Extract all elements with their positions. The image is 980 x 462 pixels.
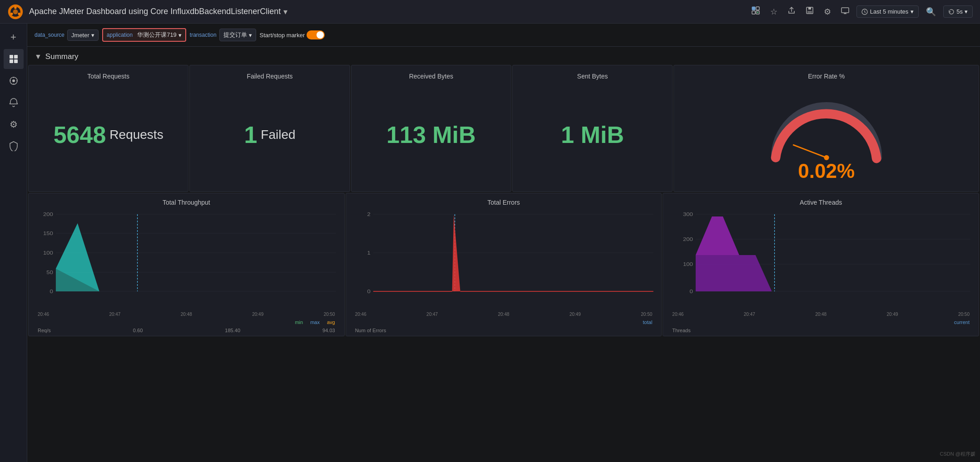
transaction-value: 提交订单 xyxy=(223,31,247,39)
failed-requests-card: Failed Requests 1 Failed xyxy=(189,65,350,192)
errors-chart-title: Total Errors xyxy=(351,199,656,206)
threads-label: Threads xyxy=(672,328,690,333)
application-label: application xyxy=(107,32,133,38)
svg-rect-15 xyxy=(10,55,13,59)
application-chevron: ▾ xyxy=(178,32,182,39)
sidebar-item-dashboards[interactable] xyxy=(4,49,24,69)
explore-icon xyxy=(9,76,19,86)
failed-requests-value-container: 1 Failed xyxy=(197,85,342,184)
datasource-label: data_source xyxy=(35,32,64,38)
errors-chart-card: Total Errors 2 1 0 xyxy=(346,193,662,336)
watermark: CSDN @程序媛 xyxy=(940,451,975,457)
gauge-container: 0.02% xyxy=(681,85,971,184)
svg-text:100: 100 xyxy=(683,261,693,267)
transaction-filter: transaction 提交订单 ▾ xyxy=(190,29,256,41)
settings-icon[interactable]: ⚙ xyxy=(821,5,834,19)
svg-rect-6 xyxy=(752,7,755,10)
legend-max: max xyxy=(310,319,320,325)
total-requests-value-container: 5648 Requests xyxy=(36,85,181,184)
legend-total: total xyxy=(643,319,653,325)
threads-x-axis: 20:46 20:47 20:48 20:49 20:50 xyxy=(668,311,973,318)
start-stop-label: Start/stop marker xyxy=(260,32,305,39)
x-label-1: 20:46 xyxy=(38,312,49,317)
sidebar-item-shield[interactable] xyxy=(4,136,24,156)
charts-row: Total Throughput 200 150 100 50 xyxy=(27,193,980,336)
datasource-select[interactable]: Jmeter ▾ xyxy=(67,29,99,41)
svg-marker-56 xyxy=(696,216,739,255)
errors-stats: Num of Errors xyxy=(351,327,656,336)
add-panel-icon[interactable] xyxy=(748,4,763,19)
sidebar-item-alerts[interactable] xyxy=(4,93,24,113)
grafana-logo xyxy=(7,4,24,20)
application-select[interactable]: application 华测公开课719 ▾ xyxy=(102,28,186,42)
threads-stats: Threads xyxy=(668,327,973,336)
received-bytes-value-container: 113 MiB xyxy=(359,85,504,184)
x-label-1: 20:46 xyxy=(672,312,683,317)
sent-bytes-title: Sent Bytes xyxy=(520,73,665,80)
save-icon[interactable] xyxy=(803,5,817,19)
refresh-button[interactable]: 5s ▾ xyxy=(943,5,973,18)
x-label-3: 20:48 xyxy=(815,312,827,317)
svg-text:100: 100 xyxy=(43,250,53,256)
svg-rect-16 xyxy=(14,55,18,59)
transaction-chevron: ▾ xyxy=(249,32,252,39)
throughput-x-axis: 20:46 20:47 20:48 20:49 20:50 xyxy=(34,311,339,318)
svg-rect-8 xyxy=(752,11,755,14)
shield-icon xyxy=(9,141,18,151)
sidebar-item-add[interactable]: + xyxy=(4,27,24,47)
throughput-stats: Req/s 0.60 185.40 94.03 xyxy=(34,327,339,336)
legend-current: current xyxy=(954,319,970,325)
section-chevron-icon[interactable]: ▼ xyxy=(35,53,42,61)
threads-chart-svg: 300 200 100 0 xyxy=(668,210,973,310)
svg-point-2 xyxy=(13,9,18,14)
svg-text:1: 1 xyxy=(367,250,371,256)
title-dropdown-icon[interactable]: ▾ xyxy=(283,7,287,17)
threads-chart-area: 300 200 100 0 xyxy=(668,210,973,311)
svg-rect-17 xyxy=(10,59,13,63)
errors-chart-area: 2 1 0 xyxy=(351,210,656,311)
throughput-chart-title: Total Throughput xyxy=(34,199,339,206)
x-label-4: 20:49 xyxy=(569,312,581,317)
failed-requests-value: 1 xyxy=(244,121,257,148)
sidebar-item-config[interactable]: ⚙ xyxy=(4,114,24,134)
share-icon[interactable] xyxy=(785,5,798,19)
throughput-chart-area: 200 150 100 50 0 xyxy=(34,210,339,311)
refresh-label: 5s xyxy=(956,8,963,15)
svg-line-21 xyxy=(793,145,827,157)
summary-section-header: ▼ Summary xyxy=(27,47,980,65)
errors-footer: total xyxy=(351,318,656,327)
time-range-label: Last 5 minutes xyxy=(870,8,909,15)
throughput-footer: min max avg xyxy=(34,318,339,327)
tv-mode-icon[interactable] xyxy=(838,5,852,19)
threads-chart-title: Active Threads xyxy=(668,199,973,206)
start-stop-toggle[interactable] xyxy=(307,30,325,39)
throughput-max-val: 185.40 xyxy=(225,328,240,333)
threads-chart-card: Active Threads 300 200 100 0 xyxy=(663,193,979,336)
search-icon[interactable]: 🔍 xyxy=(923,5,939,19)
gauge-value: 0.02% xyxy=(798,160,855,182)
x-label-2: 20:47 xyxy=(109,312,120,317)
x-label-1: 20:46 xyxy=(355,312,366,317)
svg-text:2: 2 xyxy=(367,211,371,217)
legend-min: min xyxy=(295,319,303,325)
sent-bytes-value-container: 1 MiB xyxy=(520,85,665,184)
errors-chart-svg: 2 1 0 xyxy=(351,210,656,310)
received-bytes-card: Received Bytes 113 MiB xyxy=(351,65,511,192)
topbar: Apache JMeter Dashboard using Core Influ… xyxy=(0,0,980,24)
x-label-2: 20:47 xyxy=(426,312,438,317)
sidebar-item-explore[interactable] xyxy=(4,71,24,91)
x-label-3: 20:48 xyxy=(498,312,509,317)
sent-bytes-card: Sent Bytes 1 MiB xyxy=(512,65,673,192)
transaction-select[interactable]: 提交订单 ▾ xyxy=(219,29,256,41)
throughput-avg-val: 94.03 xyxy=(322,328,335,333)
star-icon[interactable]: ☆ xyxy=(767,5,780,19)
svg-text:50: 50 xyxy=(46,270,53,275)
svg-rect-7 xyxy=(756,7,759,10)
throughput-chart-svg: 200 150 100 50 0 xyxy=(34,210,339,310)
svg-text:150: 150 xyxy=(43,231,53,236)
section-title: Summary xyxy=(45,52,79,61)
filterbar: data_source Jmeter ▾ application 华测公开课71… xyxy=(27,24,980,47)
sidebar: + ⚙ xyxy=(0,24,27,462)
svg-point-20 xyxy=(12,79,15,82)
time-range-button[interactable]: Last 5 minutes ▾ xyxy=(856,5,919,18)
